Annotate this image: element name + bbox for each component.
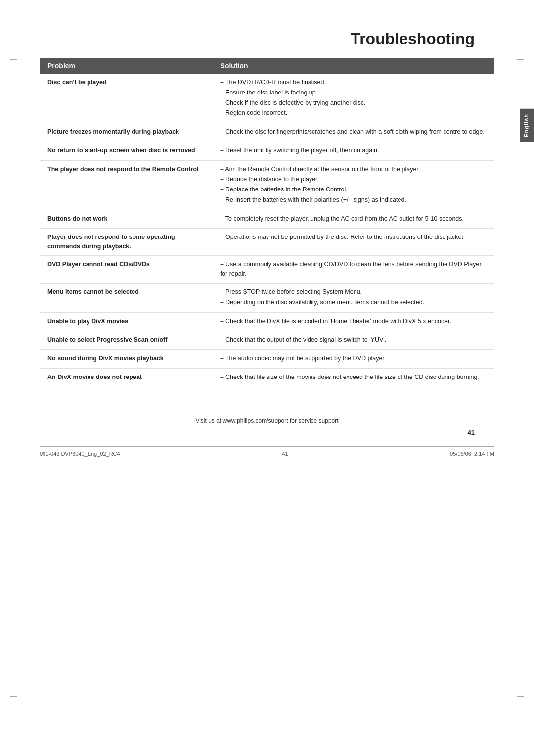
- solution-cell-7: Press STOP twice before selecting System…: [213, 284, 494, 313]
- solution-cell-4: To completely reset the player, unplug t…: [213, 210, 494, 229]
- page-container: English Troubleshooting Problem Solution…: [0, 0, 534, 756]
- table-header-row: Problem Solution: [40, 58, 494, 74]
- solution-item-3-3: Re-insert the batteries with their polar…: [221, 195, 487, 205]
- solution-item-0-0: The DVD+R/CD-R must be finalised.: [221, 78, 487, 87]
- solution-cell-8: Check that the DivX file is encoded in '…: [213, 312, 494, 331]
- problem-cell-3: The player does not respond to the Remot…: [40, 160, 213, 210]
- page-title: Troubleshooting: [40, 30, 494, 48]
- problem-cell-7: Menu items cannot be selected: [40, 284, 213, 313]
- footer-right: 05/06/06, 2:14 PM: [450, 451, 494, 457]
- solution-item-2-0: Reset the unit by switching the player o…: [221, 146, 487, 155]
- corner-mark-bl: [10, 731, 25, 746]
- problem-cell-6: DVD Player cannot read CDs/DVDs: [40, 255, 213, 284]
- solution-item-5-0: Operations may not be permitted by the d…: [221, 233, 487, 242]
- solution-item-10-0: The audio codec may not be supported by …: [221, 354, 487, 363]
- corner-mark-tr: [509, 10, 524, 25]
- table-row: Buttons do not workTo completely reset t…: [40, 210, 494, 229]
- solution-cell-11: Check that file size of the movies does …: [213, 369, 494, 387]
- solution-cell-5: Operations may not be permitted by the d…: [213, 229, 494, 256]
- footer-left: 001-043 DVP3040_Eng_02_RC4: [40, 451, 120, 457]
- solution-item-0-3: Region code incorrect.: [221, 108, 487, 118]
- problem-cell-8: Unable to play DivX movies: [40, 312, 213, 331]
- corner-mark-tl: [10, 10, 25, 25]
- troubleshoot-table: Problem Solution Disc can't be playedThe…: [40, 58, 494, 387]
- problem-cell-0: Disc can't be played: [40, 74, 213, 123]
- tick-right-bottom: [517, 696, 524, 697]
- solution-item-1-0: Check the disc for fingerprints/scratche…: [221, 127, 487, 137]
- solution-item-9-0: Check that the output of the video signa…: [221, 335, 487, 345]
- table-row: No return to start-up screen when disc i…: [40, 142, 494, 160]
- table-row: Disc can't be playedThe DVD+R/CD-R must …: [40, 74, 494, 123]
- tick-left-top: [10, 59, 17, 60]
- solution-item-3-0: Aim the Remote Control directly at the s…: [221, 165, 487, 174]
- solution-item-0-1: Ensure the disc label is facing up.: [221, 88, 487, 97]
- problem-cell-4: Buttons do not work: [40, 210, 213, 229]
- problem-cell-5: Player does not respond to some operatin…: [40, 229, 213, 256]
- table-row: Player does not respond to some operatin…: [40, 229, 494, 256]
- problem-cell-10: No sound during DivX movies playback: [40, 350, 213, 369]
- solution-item-11-0: Check that file size of the movies does …: [221, 373, 487, 382]
- problem-cell-9: Unable to select Progressive Scan on/off: [40, 331, 213, 350]
- problem-cell-2: No return to start-up screen when disc i…: [40, 142, 213, 160]
- solution-item-0-2: Check if the disc is defective by trying…: [221, 98, 487, 108]
- solution-cell-0: The DVD+R/CD-R must be finalised.Ensure …: [213, 74, 494, 123]
- table-row: DVD Player cannot read CDs/DVDsUse a com…: [40, 255, 494, 284]
- tick-left-bottom: [10, 696, 17, 697]
- solution-cell-3: Aim the Remote Control directly at the s…: [213, 160, 494, 210]
- language-tab: English: [520, 109, 534, 142]
- solution-cell-6: Use a commonly available cleaning CD/DVD…: [213, 255, 494, 284]
- solution-item-3-2: Replace the batteries in the Remote Cont…: [221, 185, 487, 194]
- problem-header: Problem: [40, 58, 213, 74]
- table-row: Picture freezes momentarily during playb…: [40, 123, 494, 142]
- tick-right-top: [517, 59, 524, 60]
- solution-cell-9: Check that the output of the video signa…: [213, 331, 494, 350]
- solution-item-8-0: Check that the DivX file is encoded in '…: [221, 317, 487, 326]
- solution-item-7-1: Depending on the disc availability, some…: [221, 298, 487, 307]
- solution-cell-1: Check the disc for fingerprints/scratche…: [213, 123, 494, 142]
- solution-item-3-1: Reduce the distance to the player.: [221, 175, 487, 184]
- solution-cell-2: Reset the unit by switching the player o…: [213, 142, 494, 160]
- table-row: The player does not respond to the Remot…: [40, 160, 494, 210]
- problem-cell-1: Picture freezes momentarily during playb…: [40, 123, 213, 142]
- table-row: Unable to select Progressive Scan on/off…: [40, 331, 494, 350]
- footer-center: 41: [282, 451, 288, 457]
- footer-url: Visit us at www.philips.com/support for …: [40, 417, 494, 424]
- solution-cell-10: The audio codec may not be supported by …: [213, 350, 494, 369]
- solution-item-6-0: Use a commonly available cleaning CD/DVD…: [221, 260, 487, 279]
- table-row: Unable to play DivX moviesCheck that the…: [40, 312, 494, 331]
- solution-item-4-0: To completely reset the player, unplug t…: [221, 214, 487, 224]
- page-number: 41: [40, 429, 475, 436]
- corner-mark-br: [509, 731, 524, 746]
- solution-header: Solution: [213, 58, 494, 74]
- footer-bottom: 001-043 DVP3040_Eng_02_RC4 41 05/06/06, …: [40, 446, 494, 457]
- solution-item-7-0: Press STOP twice before selecting System…: [221, 287, 487, 297]
- table-row: Menu items cannot be selectedPress STOP …: [40, 284, 494, 313]
- table-row: An DivX movies does not repeatCheck that…: [40, 369, 494, 387]
- problem-cell-11: An DivX movies does not repeat: [40, 369, 213, 387]
- table-row: No sound during DivX movies playbackThe …: [40, 350, 494, 369]
